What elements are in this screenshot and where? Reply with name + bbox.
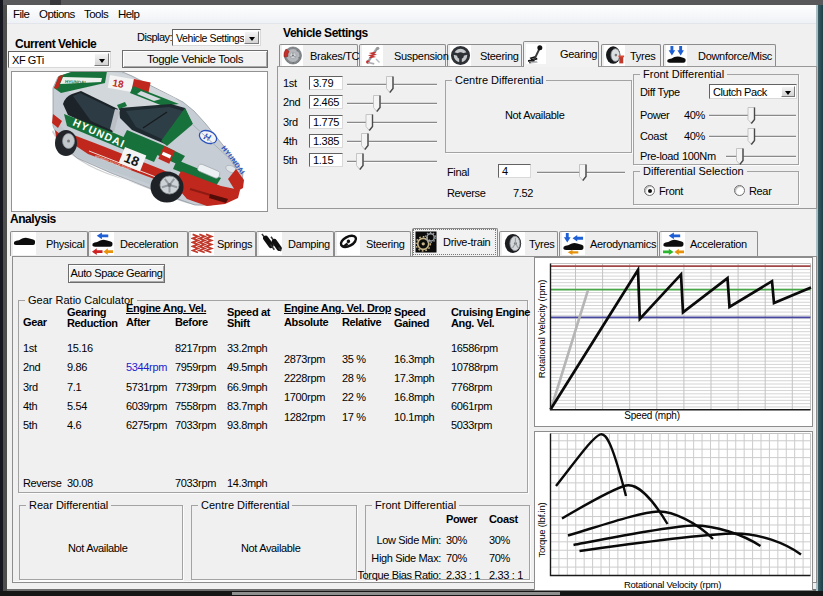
svg-text:Speed (mph): Speed (mph): [624, 410, 680, 421]
svg-text:Rotational Velocity (rpm): Rotational Velocity (rpm): [536, 280, 547, 379]
svg-text:Torque (lbf.in): Torque (lbf.in): [536, 502, 547, 557]
svg-text:Rotational Velocity (rpm): Rotational Velocity (rpm): [624, 579, 721, 590]
